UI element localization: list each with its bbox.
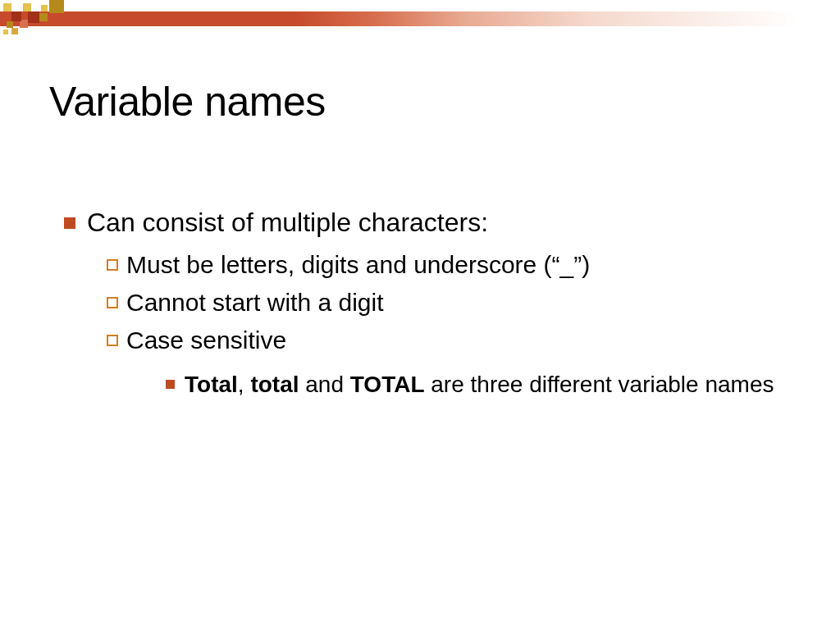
bullet-text: Can consist of multiple characters: xyxy=(87,208,488,238)
square-bullet-outline-icon xyxy=(107,297,118,308)
slide-title: Variable names xyxy=(49,78,791,126)
bullet-item-l1: Can consist of multiple characters: xyxy=(64,208,791,238)
bullet-text: Total, total and TOTAL are three differe… xyxy=(185,369,774,400)
bullet-item-l2: Must be letters, digits and underscore (… xyxy=(107,251,791,279)
square-bullet-outline-icon xyxy=(107,335,118,346)
bullet-item-l2: Case sensitive xyxy=(107,326,791,354)
slide-content: Variable names Can consist of multiple c… xyxy=(0,0,840,400)
gradient-bar xyxy=(0,11,840,26)
square-bullet-filled-small-icon xyxy=(166,380,175,389)
square-bullet-outline-icon xyxy=(107,259,118,271)
bullet-text: Cannot start with a digit xyxy=(126,289,384,317)
square-bullet-filled-icon xyxy=(64,217,75,229)
slide-header-decoration xyxy=(0,0,840,41)
bullet-item-l3: Total, total and TOTAL are three differe… xyxy=(166,369,791,400)
bullet-text: Must be letters, digits and underscore (… xyxy=(126,251,590,279)
bullet-item-l2: Cannot start with a digit xyxy=(107,289,791,317)
bullet-text: Case sensitive xyxy=(126,326,286,354)
